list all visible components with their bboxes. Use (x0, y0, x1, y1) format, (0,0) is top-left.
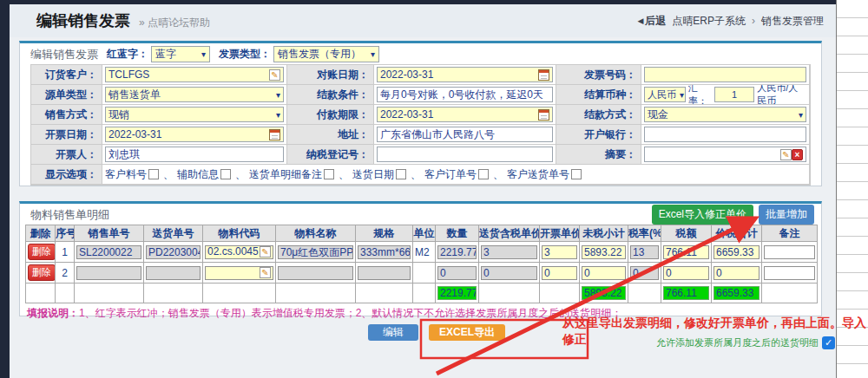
invoice-type-select[interactable]: 销售发票（专用）▾ (273, 46, 379, 62)
invoice-no-label: 发票号码： (556, 65, 641, 85)
edit-button[interactable]: 编辑 (368, 324, 418, 341)
breadcrumb: ◀后退 点晴ERP子系统 › 销售发票管理 (637, 14, 824, 29)
invoice-form-title: 编辑销售发票 (30, 47, 98, 62)
breadcrumb-section[interactable]: 销售发票管理 (761, 14, 824, 29)
tax-input[interactable]: 766.11 (663, 245, 709, 259)
invoice-date-input[interactable]: 2022-03-31 (105, 127, 284, 142)
checkbox[interactable] (220, 169, 231, 179)
qty-cell: 0 (437, 266, 477, 280)
chevron-down-icon: ▾ (198, 49, 206, 59)
invoice-price-input[interactable]: 3 (542, 245, 577, 259)
checkbox[interactable] (571, 169, 582, 179)
summary-input[interactable]: ✎× (644, 147, 806, 162)
option-label: 客户送货单号 (507, 167, 569, 182)
breadcrumb-separator: › (752, 15, 755, 27)
col-header: 送货单号 (144, 225, 203, 242)
total-qty: 2219.778 (437, 286, 477, 300)
calendar-icon[interactable] (269, 129, 280, 140)
reconcile-date-input[interactable]: 2022-03-31 (377, 67, 553, 82)
unit-cell: M2 (413, 242, 436, 263)
checkbox[interactable] (478, 169, 489, 179)
reconcile-date-label: 对账日期： (287, 65, 374, 85)
red-blue-select[interactable]: 蓝字▾ (151, 46, 210, 62)
subtotal-input[interactable]: 5893.22 (582, 245, 626, 259)
col-header: 税额 (661, 225, 712, 242)
tax-rate-cell: 0 (630, 266, 659, 280)
col-header: 物料代码 (203, 225, 276, 242)
material-code-input[interactable]: 02.cs.0045✎ (205, 245, 273, 259)
tax-input[interactable]: 0 (663, 266, 709, 280)
remark-input[interactable] (764, 266, 815, 280)
invoice-no-input[interactable] (644, 67, 806, 82)
address-input[interactable]: 广东省佛山市人民路八号 (377, 127, 553, 142)
option-label: 送货日期 (352, 167, 394, 182)
material-name-cell (278, 266, 353, 280)
col-header: 删除 (26, 225, 56, 242)
delete-row-button[interactable]: 删除 (28, 244, 56, 260)
payment-terms-input[interactable]: 每月0号对账，0号收付款，延迟0天 (377, 87, 553, 102)
checkbox[interactable] (396, 169, 406, 179)
total-input[interactable]: 0 (713, 266, 760, 280)
sales-mode-select[interactable]: 现销▾ (105, 107, 284, 122)
total-tax: 766.11 (663, 286, 709, 300)
checkbox[interactable] (324, 169, 334, 179)
unit-cell (413, 263, 436, 284)
delivery-no-cell (146, 266, 201, 280)
qty-cell: 2219.778 (437, 245, 477, 259)
invoice-form-grid: 订货客户： TCLFGS✎ 对账日期： 2022-03-31 发票号码： 源单类… (30, 64, 811, 186)
source-type-select[interactable]: 销售送货单▾ (105, 87, 284, 102)
settle-method-select[interactable]: 现金▾ (644, 107, 806, 122)
page-title: 编辑销售发票 (36, 10, 130, 31)
col-header: 销售单号 (75, 225, 144, 242)
window-left-edge (0, 0, 10, 378)
edit-icon[interactable]: ✎ (260, 246, 271, 257)
invoice-price-input[interactable]: 0 (542, 266, 577, 280)
tax-rate-cell: 13 (630, 245, 659, 259)
chevron-down-icon: ▾ (795, 110, 803, 120)
material-code-input[interactable]: ✎ (205, 266, 273, 280)
chevron-down-icon: ▾ (273, 110, 280, 120)
table-row: 删除 1 SL2200022 PD2203004 02.cs.0045✎ 70μ… (26, 242, 818, 263)
edit-icon[interactable]: ✎ (260, 267, 271, 278)
rate-label: 汇率： (688, 85, 712, 105)
edit-icon[interactable]: ✎ (780, 149, 792, 160)
allow-checkbox[interactable]: ✓ (822, 336, 835, 349)
tax-reg-no-input[interactable] (377, 147, 553, 162)
tax-reg-no-label: 纳税登记号： (287, 145, 374, 165)
invoice-type-label: 发票类型： (219, 47, 271, 62)
option-label: 送货单明细备注 (249, 167, 322, 182)
summary-label: 摘要： (556, 145, 641, 165)
clear-icon[interactable]: × (792, 149, 803, 160)
forum-help-link[interactable]: » 点晴论坛帮助 (139, 16, 210, 30)
col-header: 规格 (356, 225, 413, 242)
payment-deadline-input[interactable]: 2022-03-31 (377, 107, 553, 122)
calendar-icon[interactable] (538, 109, 549, 121)
bank-label: 开户银行： (556, 125, 641, 145)
drawer-input[interactable]: 刘忠琪 (105, 147, 284, 162)
excel-export-button[interactable]: EXCEL导出 (429, 324, 505, 341)
customer-input[interactable]: TCLFGS✎ (105, 67, 284, 82)
subtotal-input[interactable]: 0 (582, 266, 626, 280)
edit-icon[interactable]: ✎ (269, 69, 280, 81)
allow-option: 允许添加发票所属月度之后的送货明细 ✓ (608, 336, 835, 349)
sales-no-cell (76, 266, 141, 280)
back-button[interactable]: ◀后退 (637, 14, 666, 29)
checkbox[interactable] (148, 169, 159, 179)
col-header: 价税合计 (712, 225, 762, 242)
breadcrumb-system[interactable]: 点晴ERP子系统 (672, 14, 746, 29)
rate-input[interactable]: 1 (714, 87, 754, 102)
total-input[interactable]: 6659.33 (713, 245, 760, 259)
batch-add-button[interactable]: 批量增加 (759, 205, 814, 225)
detail-header-row: 删除 序号 销售单号 送货单号 物料代码 物料名称 规格 单位 数量 送货含税单… (26, 225, 818, 242)
excel-import-button[interactable]: Excel导入修正单价 (652, 205, 753, 225)
remark-input[interactable] (764, 245, 815, 259)
invoice-form-panel: 编辑销售发票 红蓝字： 蓝字▾ 发票类型： 销售发票（专用）▾ 订货客户： TC… (19, 41, 822, 186)
settle-method-label: 结款方式： (556, 105, 641, 125)
calendar-icon[interactable] (538, 69, 549, 81)
delete-row-button[interactable]: 删除 (28, 264, 56, 281)
bank-input[interactable] (644, 127, 806, 142)
chevron-down-icon: ▾ (676, 90, 684, 100)
col-header: 数量 (436, 225, 479, 242)
currency-select[interactable]: 人民币▾ (644, 87, 686, 102)
detail-panel-header: 物料销售单明细 Excel导入修正单价 批量增加 (20, 204, 821, 225)
